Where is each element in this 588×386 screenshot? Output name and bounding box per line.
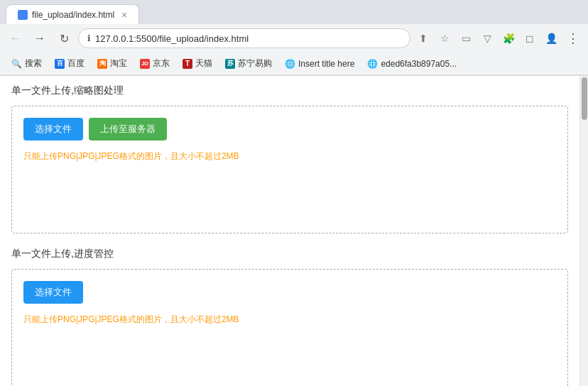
bookmark-search[interactable]: 🔍 搜索 bbox=[6, 55, 48, 72]
button-row-2: 选择文件 bbox=[23, 281, 556, 304]
bookmark-label: 百度 bbox=[67, 57, 85, 70]
back-button[interactable]: ← bbox=[6, 28, 26, 48]
bookmark-suning[interactable]: 苏 苏宁易购 bbox=[219, 55, 278, 72]
section2-title: 单一文件上传,进度管控 bbox=[11, 248, 568, 260]
bookmark-label: eded6fa3b897a05... bbox=[381, 59, 457, 69]
bookmark-label: 搜索 bbox=[25, 57, 42, 70]
button-row-1: 选择文件 上传至服务器 bbox=[23, 118, 556, 140]
jd-favicon: JD bbox=[140, 59, 150, 69]
tianmao-favicon: T bbox=[183, 59, 192, 69]
upload-server-button[interactable]: 上传至服务器 bbox=[89, 118, 167, 140]
section-progress: 单一文件上传,进度管控 选择文件 只能上传PNG|JPG|JPEG格式的图片，且… bbox=[11, 248, 568, 386]
search-favicon: 🔍 bbox=[11, 59, 22, 69]
globe-icon-2: 🌐 bbox=[367, 59, 378, 69]
globe-icon-1: 🌐 bbox=[285, 59, 295, 69]
address-bar: ← → ↻ ℹ 127.0.0.1:5500/file_upload/index… bbox=[0, 24, 588, 53]
bookmark-label: 天猫 bbox=[195, 57, 212, 70]
hint-text-2: 只能上传PNG|JPG|JPEG格式的图片，且大小不超过2MB bbox=[23, 314, 556, 326]
choose-file-button-2[interactable]: 选择文件 bbox=[23, 281, 83, 304]
choose-file-button-1[interactable]: 选择文件 bbox=[23, 118, 83, 140]
scroll-thumb[interactable] bbox=[582, 77, 587, 120]
puzzle-icon[interactable]: 🧩 bbox=[500, 30, 517, 47]
extension-icon[interactable]: ▽ bbox=[479, 30, 496, 47]
bookmarks-bar: 🔍 搜索 百 百度 淘 淘宝 JD 京东 T 天猫 苏 苏宁易购 🌐 Inser… bbox=[0, 53, 588, 75]
bookmark-label: 淘宝 bbox=[110, 57, 127, 70]
bookmark-label: 苏宁易购 bbox=[238, 57, 272, 70]
tab-title: file_upload/index.html bbox=[32, 10, 114, 20]
bookmark-insert-title[interactable]: 🌐 Insert title here bbox=[279, 57, 360, 71]
browser-tab[interactable]: file_upload/index.html × bbox=[6, 4, 139, 24]
section-thumbnail: 单一文件上传,缩略图处理 选择文件 上传至服务器 只能上传PNG|JPG|JPE… bbox=[11, 84, 568, 233]
scrollbar[interactable] bbox=[579, 76, 588, 386]
star-icon[interactable]: ☆ bbox=[436, 30, 453, 47]
baidu-favicon: 百 bbox=[55, 59, 65, 69]
tab-close-button[interactable]: × bbox=[121, 9, 127, 21]
share-icon[interactable]: ⬆ bbox=[415, 30, 432, 47]
suning-favicon: 苏 bbox=[225, 59, 235, 69]
menu-button[interactable]: ⋮ bbox=[564, 28, 582, 49]
bookmark-baidu[interactable]: 百 百度 bbox=[49, 55, 90, 72]
upload-box-1: 选择文件 上传至服务器 只能上传PNG|JPG|JPEG格式的图片，且大小不超过… bbox=[11, 106, 568, 233]
info-icon: ℹ bbox=[87, 33, 91, 43]
section1-title: 单一文件上传,缩略图处理 bbox=[11, 84, 568, 97]
reload-button[interactable]: ↻ bbox=[54, 28, 74, 48]
page-content: 单一文件上传,缩略图处理 选择文件 上传至服务器 只能上传PNG|JPG|JPE… bbox=[0, 76, 579, 386]
url-bar[interactable]: ℹ 127.0.0.1:5500/file_upload/index.html bbox=[78, 28, 410, 48]
upload-box-2: 选择文件 只能上传PNG|JPG|JPEG格式的图片，且大小不超过2MB bbox=[11, 269, 568, 386]
window-icon[interactable]: ◻ bbox=[521, 30, 538, 47]
bookmark-jd[interactable]: JD 京东 bbox=[134, 55, 175, 72]
taobao-favicon: 淘 bbox=[97, 59, 107, 69]
forward-button[interactable]: → bbox=[30, 28, 50, 48]
bookmark-taobao[interactable]: 淘 淘宝 bbox=[92, 55, 133, 72]
hint-text-1: 只能上传PNG|JPG|JPEG格式的图片，且大小不超过2MB bbox=[23, 150, 556, 162]
account-icon[interactable]: 👤 bbox=[543, 30, 560, 47]
bookmark-tianmao[interactable]: T 天猫 bbox=[177, 55, 218, 72]
cast-icon[interactable]: ▭ bbox=[457, 30, 474, 47]
bookmark-label: 京东 bbox=[153, 57, 170, 70]
bookmark-hash[interactable]: 🌐 eded6fa3b897a05... bbox=[361, 57, 462, 71]
bookmark-label: Insert title here bbox=[298, 59, 354, 69]
tab-favicon bbox=[18, 10, 28, 20]
url-text: 127.0.0.1:5500/file_upload/index.html bbox=[95, 33, 401, 44]
